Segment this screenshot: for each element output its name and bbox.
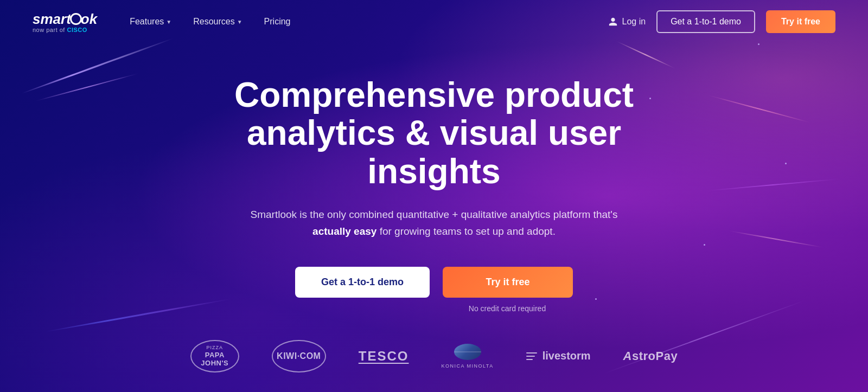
navbar: smartok now part of CISCO Features ▼ Res…	[0, 0, 868, 43]
kiwi-label: KIWI·COM	[277, 351, 321, 361]
logo-text: smartok	[33, 11, 97, 28]
logo-kiwi: KIWI·COM	[272, 340, 326, 372]
hero-try-container: Try it free	[443, 267, 573, 298]
nav-link-features[interactable]: Features ▼	[130, 17, 171, 27]
astropay-label: AstroPay	[623, 349, 678, 363]
nav-item-pricing[interactable]: Pricing	[264, 17, 291, 27]
hero-subtitle: Smartlook is the only combined quantitat…	[244, 207, 624, 240]
livestorm-label: livestorm	[542, 350, 591, 362]
livestorm-icon	[526, 352, 537, 360]
hero-headline: Comprehensive product analytics & visual…	[190, 76, 678, 190]
user-icon	[608, 17, 618, 27]
ls-line-2	[526, 356, 535, 357]
tesco-label: TESCO	[359, 349, 409, 363]
logo-livestorm: livestorm	[526, 350, 591, 362]
ls-line-1	[526, 352, 537, 354]
nav-item-features[interactable]: Features ▼	[130, 17, 171, 27]
nav-link-pricing[interactable]: Pricing	[264, 17, 291, 27]
konica-sphere-icon	[454, 344, 481, 360]
nav-item-resources[interactable]: Resources ▼	[193, 17, 242, 27]
logo-tesco: TESCO	[359, 349, 409, 364]
hero-buttons: Get a 1-to-1 demo Try it free	[0, 267, 868, 298]
hero-section: Comprehensive product analytics & visual…	[0, 43, 868, 313]
hero-demo-button[interactable]: Get a 1-to-1 demo	[295, 267, 430, 298]
papajohns-label: PAPA JOHN'S	[192, 351, 238, 368]
nav-link-resources[interactable]: Resources ▼	[193, 17, 242, 27]
papajohns-pizza-label: PIZZA	[207, 345, 224, 351]
nav-links: Features ▼ Resources ▼ Pricing	[130, 17, 290, 27]
client-logos: PIZZA PAPA JOHN'S KIWI·COM TESCO KONICA …	[0, 340, 868, 372]
no-credit-text: No credit card required	[146, 304, 868, 313]
logo-konica: KONICA MINOLTA	[441, 344, 493, 369]
nav-demo-button[interactable]: Get a 1-to-1 demo	[656, 10, 755, 33]
logo-astropay: AstroPay	[623, 349, 678, 363]
nav-right: Log in Get a 1-to-1 demo Try it free	[608, 10, 835, 33]
login-button[interactable]: Log in	[608, 17, 646, 27]
chevron-down-icon: ▼	[166, 19, 171, 25]
konica-label: KONICA MINOLTA	[441, 363, 493, 369]
chevron-down-icon: ▼	[237, 19, 242, 25]
nav-try-button[interactable]: Try it free	[766, 10, 835, 33]
nav-left: smartok now part of CISCO Features ▼ Res…	[33, 11, 291, 33]
logo-subtitle: now part of CISCO	[33, 27, 87, 33]
logo[interactable]: smartok now part of CISCO	[33, 11, 97, 33]
ls-line-3	[526, 359, 533, 360]
logo-papajohns: PIZZA PAPA JOHN'S	[190, 340, 239, 372]
hero-try-button[interactable]: Try it free	[443, 267, 573, 298]
